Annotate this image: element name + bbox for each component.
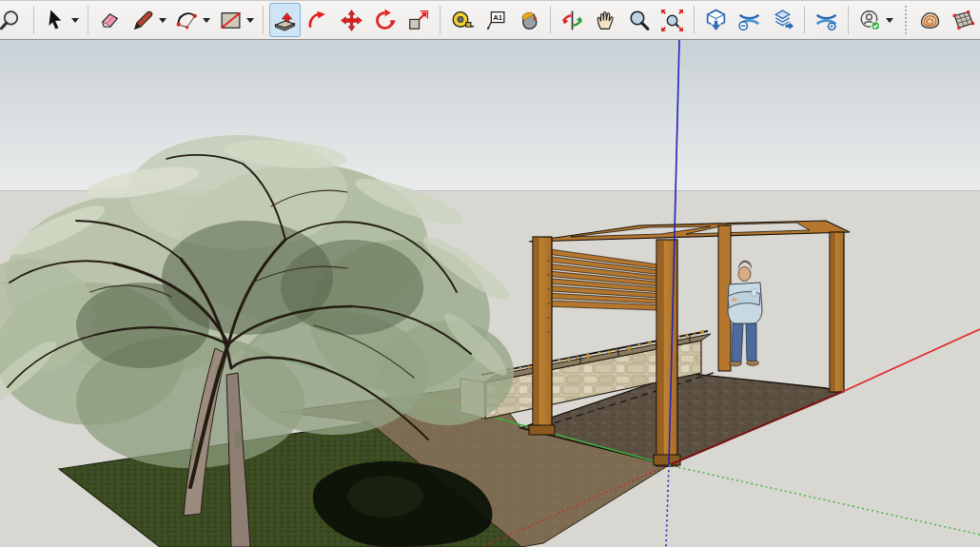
toolbar-button-account[interactable]	[854, 3, 896, 37]
model-canvas[interactable]	[0, 40, 980, 547]
dropdown-caret-icon[interactable]	[246, 18, 254, 23]
select-icon	[43, 8, 69, 33]
toolbar-button-zoom-window[interactable]	[0, 3, 28, 37]
dropdown-caret-icon[interactable]	[159, 18, 167, 23]
toolbar-separator	[33, 6, 34, 34]
share-component-icon	[770, 8, 795, 33]
fallen-foliage	[347, 476, 423, 518]
toolbar-grip[interactable]	[905, 6, 908, 34]
move-icon	[339, 8, 364, 33]
share-model-icon	[736, 8, 762, 33]
rotate-icon	[372, 8, 398, 33]
toolbar-button-zoom-extents[interactable]	[657, 3, 688, 37]
dropdown-caret-icon[interactable]	[203, 18, 210, 23]
sandal-right	[747, 361, 759, 366]
extension-manager-icon	[813, 8, 839, 33]
zoom-window-icon	[0, 8, 25, 33]
line-icon	[130, 8, 156, 33]
toolbar-button-zoom[interactable]	[623, 3, 655, 37]
toolbar-separator	[88, 6, 88, 34]
warehouse-3d-icon	[703, 8, 729, 33]
toolbar-button-extension-manager[interactable]	[811, 3, 842, 37]
toolbar-button-orbit[interactable]	[557, 3, 588, 37]
toolbar-separator	[550, 6, 551, 34]
toolbar-button-rotate[interactable]	[369, 3, 401, 37]
toolbar-button-move[interactable]	[336, 3, 367, 37]
toolbar-button-arc[interactable]	[171, 3, 213, 37]
toolbar-button-push-pull[interactable]	[269, 3, 301, 37]
toolbar-button-tape-measure[interactable]	[446, 3, 478, 37]
eraser-icon	[97, 8, 123, 33]
push-pull-icon	[272, 8, 298, 33]
svg-text:A1: A1	[493, 13, 503, 22]
paint-bucket-icon	[516, 8, 541, 33]
toolbar-button-scale[interactable]	[402, 3, 434, 37]
sandbox-from-scratch-icon	[951, 8, 976, 33]
head	[738, 267, 751, 282]
toolbar-separator	[440, 6, 441, 34]
zoom-icon	[626, 8, 652, 33]
account-icon	[857, 8, 883, 33]
shirt-pocket	[752, 289, 756, 296]
toolbar-button-shapes[interactable]	[215, 3, 257, 37]
follow-me-icon	[305, 8, 331, 33]
toolbar-button-sandbox-from-scratch[interactable]	[948, 3, 979, 37]
toolbar-button-share-model[interactable]	[734, 3, 765, 37]
pergola-post-front-middle[interactable]	[654, 240, 680, 466]
toolbar-button-share-component[interactable]	[767, 3, 798, 37]
arc-icon	[174, 8, 200, 33]
main-toolbar: A1	[0, 0, 980, 40]
pergola-post-front-left[interactable]	[529, 237, 555, 435]
scale-icon	[405, 8, 431, 33]
toolbar-separator	[694, 6, 695, 34]
orbit-icon	[559, 8, 585, 33]
dropdown-caret-icon[interactable]	[886, 18, 893, 23]
hand	[732, 298, 737, 302]
toolbar-separator	[804, 6, 805, 34]
toolbar-button-select[interactable]	[40, 3, 82, 37]
toolbar-button-sandbox-from-contours[interactable]	[914, 3, 946, 37]
toolbar-separator	[263, 6, 264, 34]
toolbar-button-line[interactable]	[127, 3, 169, 37]
pan-icon	[593, 8, 618, 33]
3d-viewport[interactable]	[0, 40, 980, 547]
toolbar-button-warehouse-3d[interactable]	[700, 3, 732, 37]
dropdown-caret-icon[interactable]	[71, 18, 79, 23]
toolbar-separator	[848, 6, 849, 34]
toolbar-button-paint-bucket[interactable]	[513, 3, 544, 37]
pergola-post-front-right[interactable]	[830, 232, 844, 392]
text-icon: A1	[482, 8, 508, 33]
shapes-icon	[218, 8, 244, 33]
toolbar-button-text[interactable]: A1	[480, 3, 511, 37]
zoom-extents-icon	[659, 8, 685, 33]
sandbox-from-contours-icon	[917, 8, 943, 33]
toolbar-button-eraser[interactable]	[94, 3, 126, 37]
toolbar-button-pan[interactable]	[590, 3, 621, 37]
jeans-right-leg	[746, 323, 756, 361]
jeans-left-leg	[732, 323, 743, 361]
tape-measure-icon	[449, 8, 475, 33]
toolbar-button-follow-me[interactable]	[303, 3, 334, 37]
